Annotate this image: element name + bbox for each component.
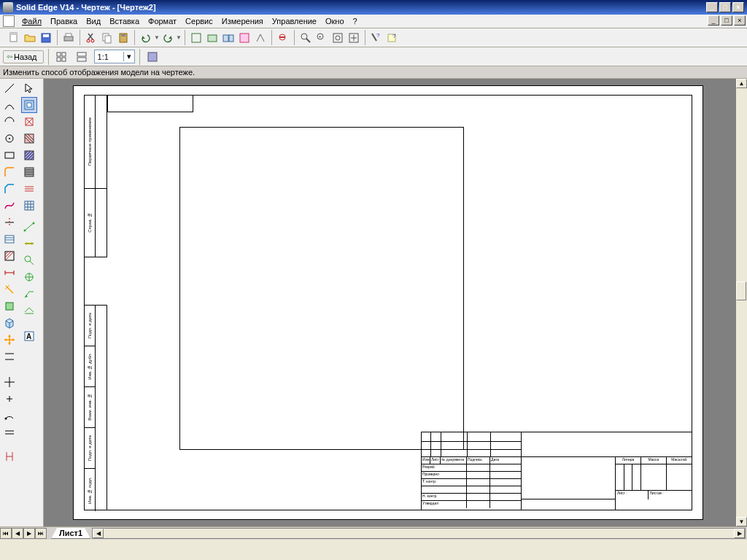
back-button[interactable]: ⇦ Назад xyxy=(3,50,44,63)
leader-tool[interactable] xyxy=(21,286,37,302)
close-button[interactable]: × xyxy=(732,2,744,12)
horizontal-scrollbar[interactable]: ◀ ▶ xyxy=(92,528,746,539)
sheet-frame: Первичное применение Справ. № Подп. и да… xyxy=(84,95,692,510)
sym-tool[interactable] xyxy=(1,298,18,314)
rect-tool[interactable] xyxy=(1,147,18,163)
mdi-max-button[interactable]: □ xyxy=(721,15,732,26)
text-tool[interactable]: A xyxy=(21,328,37,344)
drawview-tool[interactable] xyxy=(21,97,37,113)
help-tool2-button[interactable]: ? xyxy=(384,30,400,46)
new-button[interactable] xyxy=(6,30,22,46)
select-tool[interactable] xyxy=(21,80,37,96)
cut-button[interactable] xyxy=(83,30,99,46)
menu-help[interactable]: ? xyxy=(349,15,362,27)
move4-tool[interactable] xyxy=(1,332,18,348)
arc3-tool[interactable] xyxy=(1,408,18,424)
target-tool[interactable] xyxy=(21,269,37,285)
menu-window[interactable]: Окно xyxy=(321,15,349,27)
dim1-tool[interactable] xyxy=(1,265,18,281)
menu-view[interactable]: Вид xyxy=(82,15,105,27)
save-button[interactable] xyxy=(38,30,54,46)
shading-button[interactable] xyxy=(144,49,160,65)
menu-edit[interactable]: Правка xyxy=(46,15,82,27)
grid2-button[interactable] xyxy=(74,49,90,65)
connector-tool[interactable] xyxy=(1,448,18,464)
box3d-tool[interactable] xyxy=(1,315,18,331)
hline-tool[interactable] xyxy=(21,181,37,197)
balloon-tool[interactable] xyxy=(21,252,37,268)
mdi-min-button[interactable]: _ xyxy=(708,15,719,26)
print-button[interactable] xyxy=(61,30,77,46)
undo-dropdown-icon[interactable]: ▼ xyxy=(154,34,160,41)
zoom-button[interactable]: + xyxy=(314,30,330,46)
scroll-right-icon[interactable]: ▶ xyxy=(734,529,745,538)
menu-format[interactable]: Формат xyxy=(144,15,181,27)
menu-manage[interactable]: Управление xyxy=(268,15,321,27)
zoom-select[interactable]: 1:1 ▾ xyxy=(94,50,135,63)
scroll-up-icon[interactable]: ▲ xyxy=(736,79,747,88)
canvas-area[interactable]: Первичное применение Справ. № Подп. и да… xyxy=(44,79,747,526)
line-tool[interactable] xyxy=(1,80,18,96)
parallel-tool[interactable] xyxy=(1,424,18,440)
table-tool[interactable] xyxy=(1,231,18,247)
grid3-tool[interactable] xyxy=(21,198,37,214)
help-tool1-button[interactable]: ? xyxy=(368,30,384,46)
sheet-tab-1[interactable]: Лист1 xyxy=(51,528,90,539)
arc2-tool[interactable] xyxy=(1,114,18,130)
weld-tool[interactable] xyxy=(21,303,37,319)
fit-button[interactable] xyxy=(330,30,346,46)
scroll-down-icon[interactable]: ▼ xyxy=(736,517,747,526)
dim4-tool[interactable] xyxy=(21,236,37,252)
undo-button[interactable] xyxy=(138,30,154,46)
open-button[interactable] xyxy=(22,30,38,46)
section-tool[interactable] xyxy=(21,131,37,147)
copy-button[interactable] xyxy=(99,30,115,46)
view3-button[interactable] xyxy=(236,30,252,46)
chamfer-tool[interactable] xyxy=(1,181,18,197)
last-sheet-button[interactable]: ⏭ xyxy=(35,528,47,539)
sketch-button[interactable] xyxy=(188,30,204,46)
menu-tools[interactable]: Сервис xyxy=(181,15,217,27)
vertical-scrollbar[interactable]: ▲ ▼ xyxy=(735,79,747,526)
zoom-area-button[interactable] xyxy=(298,30,314,46)
tb-h-izm: Изм xyxy=(422,457,430,464)
menu-measure[interactable]: Измерения xyxy=(217,15,268,27)
min-button[interactable]: _ xyxy=(706,2,718,12)
svg-rect-14 xyxy=(223,35,228,42)
menu-insert[interactable]: Вставка xyxy=(105,15,144,27)
dim2-tool[interactable] xyxy=(1,281,18,298)
redo-dropdown-icon[interactable]: ▼ xyxy=(176,34,182,41)
mdi-close-button[interactable]: × xyxy=(734,15,746,26)
svg-rect-30 xyxy=(62,52,66,56)
view4-button[interactable] xyxy=(252,30,268,46)
center-tool[interactable] xyxy=(1,374,18,390)
view1-button[interactable] xyxy=(204,30,220,46)
curve-tool[interactable] xyxy=(1,198,18,214)
scroll-thumb[interactable] xyxy=(736,281,746,300)
pan-button[interactable] xyxy=(346,30,362,46)
circle-tool[interactable] xyxy=(1,131,18,147)
object-tool[interactable] xyxy=(21,114,37,130)
analyze-button[interactable] xyxy=(275,30,291,46)
point-tool[interactable] xyxy=(1,391,18,407)
dim3-tool[interactable] xyxy=(21,219,37,235)
paste-button[interactable] xyxy=(115,30,131,46)
trim-tool[interactable] xyxy=(1,214,18,230)
max-button[interactable]: □ xyxy=(719,2,731,12)
hatch2-tool[interactable] xyxy=(21,147,37,163)
next-sheet-button[interactable]: ▶ xyxy=(23,528,35,539)
menu-file[interactable]: Файл xyxy=(18,15,46,27)
scroll-left-icon[interactable]: ◀ xyxy=(93,529,104,538)
rel-tool[interactable] xyxy=(1,349,18,365)
first-sheet-button[interactable]: ⏮ xyxy=(0,528,12,539)
view-rect[interactable] xyxy=(179,127,464,450)
fillet-tool[interactable] xyxy=(1,164,18,180)
view2-button[interactable] xyxy=(220,30,236,46)
arc1-tool[interactable] xyxy=(1,97,18,113)
hatch-tool[interactable] xyxy=(1,248,18,264)
hatch3-tool[interactable] xyxy=(21,164,37,180)
svg-text:A: A xyxy=(26,332,31,341)
grid1-button[interactable] xyxy=(53,49,69,65)
redo-button[interactable] xyxy=(160,30,176,46)
prev-sheet-button[interactable]: ◀ xyxy=(12,528,23,539)
